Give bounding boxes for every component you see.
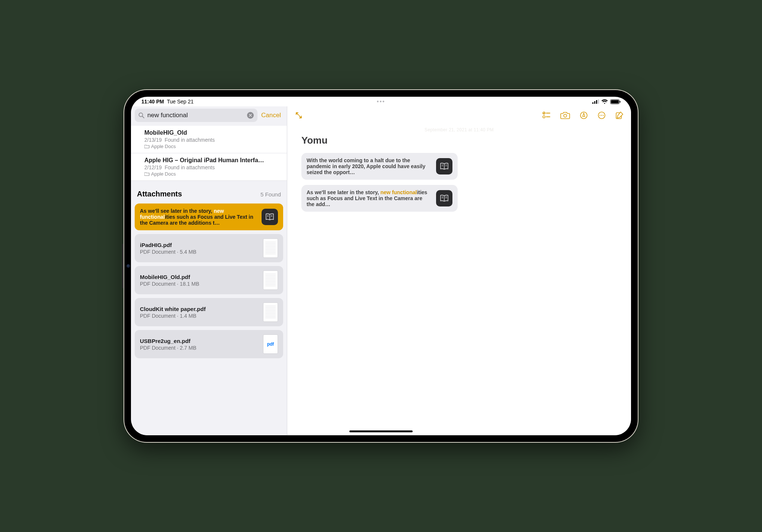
ipad-frame: ••• 11:40 PM Tue Sep 21 bbox=[124, 90, 638, 442]
attachment-pdf[interactable]: CloudKit white paper.pdf PDF Document · … bbox=[135, 298, 283, 326]
snippet-card[interactable]: With the world coming to a halt due to t… bbox=[301, 153, 458, 180]
snippet-text: With the world coming to a halt due to t… bbox=[307, 157, 431, 175]
note-result[interactable]: MobileHIG_Old 2/13/19 Found in attachmen… bbox=[131, 126, 287, 153]
attachments-header: Attachments 5 Found bbox=[131, 181, 287, 202]
note-content-pane: September 21, 2021 at 11:40 PM Yomu With… bbox=[287, 106, 631, 435]
attachment-pdf[interactable]: MobileHIG_Old.pdf PDF Document · 18.1 MB bbox=[135, 266, 283, 294]
x-icon bbox=[249, 114, 252, 117]
svg-point-22 bbox=[601, 115, 602, 116]
front-camera bbox=[127, 264, 130, 268]
search-field[interactable] bbox=[135, 109, 257, 122]
folder-icon bbox=[144, 144, 150, 148]
search-input[interactable] bbox=[147, 112, 244, 119]
svg-rect-2 bbox=[596, 100, 597, 104]
svg-rect-0 bbox=[592, 102, 593, 104]
markup-icon[interactable] bbox=[580, 111, 588, 119]
home-indicator[interactable] bbox=[349, 430, 413, 432]
status-time: 11:40 PM Tue Sep 21 bbox=[141, 99, 193, 105]
pdf-thumbnail bbox=[263, 270, 278, 290]
pdf-thumbnail bbox=[263, 238, 278, 258]
expand-icon[interactable] bbox=[295, 111, 303, 119]
attachment-pdf[interactable]: USBPre2ug_en.pdf PDF Document · 2.7 MB p… bbox=[135, 330, 283, 358]
attachment-snippet-text: As we'll see later in the story, new fun… bbox=[140, 208, 256, 226]
svg-rect-5 bbox=[611, 100, 619, 103]
status-icons bbox=[592, 99, 621, 104]
search-icon bbox=[138, 112, 144, 118]
attachment-snippet[interactable]: As we'll see later in the story, new fun… bbox=[135, 203, 283, 230]
clear-search-button[interactable] bbox=[247, 112, 254, 119]
compose-icon[interactable] bbox=[615, 111, 624, 119]
pdf-thumbnail: pdf bbox=[263, 334, 278, 354]
snippet-card[interactable]: As we'll see later in the story, new fun… bbox=[301, 185, 458, 212]
results-list[interactable]: MobileHIG_Old 2/13/19 Found in attachmen… bbox=[131, 126, 287, 435]
more-icon[interactable] bbox=[598, 111, 606, 119]
cell-signal-icon bbox=[592, 99, 599, 104]
battery-icon bbox=[610, 99, 621, 104]
svg-rect-3 bbox=[598, 99, 599, 104]
svg-rect-1 bbox=[594, 101, 595, 104]
wifi-icon bbox=[601, 99, 608, 104]
search-sidebar: Cancel MobileHIG_Old 2/13/19 Found in at… bbox=[131, 106, 287, 435]
checklist-icon[interactable] bbox=[542, 112, 551, 119]
snippet-text: As we'll see later in the story, new fun… bbox=[307, 189, 431, 207]
note-result[interactable]: Apple HIG – Original iPad Human Interfa…… bbox=[131, 153, 287, 181]
svg-point-16 bbox=[543, 116, 545, 118]
screen: ••• 11:40 PM Tue Sep 21 bbox=[131, 97, 631, 435]
multitask-dots-icon[interactable]: ••• bbox=[377, 98, 385, 105]
cancel-button[interactable]: Cancel bbox=[261, 112, 283, 119]
svg-rect-6 bbox=[620, 101, 621, 103]
note-toolbar bbox=[287, 106, 631, 124]
book-icon bbox=[262, 209, 278, 225]
svg-point-18 bbox=[564, 114, 567, 117]
folder-icon bbox=[144, 172, 150, 176]
note-body[interactable]: September 21, 2021 at 11:40 PM Yomu With… bbox=[287, 124, 631, 224]
camera-icon[interactable] bbox=[560, 112, 570, 119]
note-timestamp: September 21, 2021 at 11:40 PM bbox=[301, 127, 617, 132]
attachment-pdf[interactable]: iPadHIG.pdf PDF Document · 5.4 MB bbox=[135, 234, 283, 262]
note-title: Yomu bbox=[301, 135, 617, 146]
svg-point-21 bbox=[599, 115, 600, 116]
svg-point-23 bbox=[603, 115, 603, 116]
pdf-thumbnail bbox=[263, 302, 278, 322]
book-icon bbox=[436, 190, 452, 206]
book-icon bbox=[436, 158, 452, 174]
svg-line-8 bbox=[143, 116, 144, 118]
